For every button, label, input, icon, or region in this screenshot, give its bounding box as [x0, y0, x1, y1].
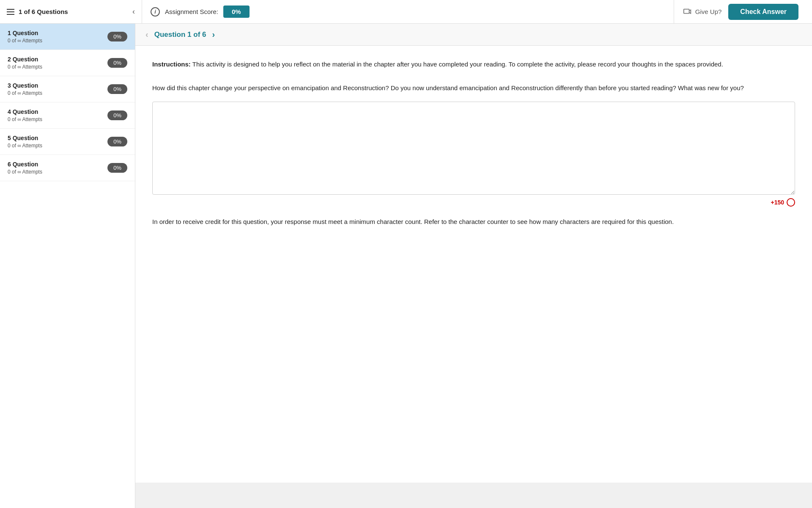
sidebar-item-1[interactable]: 1 Question 0 of ∞ Attempts 0%: [0, 24, 135, 50]
sidebar-item-name-5: 5 Question: [8, 135, 42, 141]
instructions-block: Instructions: This activity is designed …: [152, 59, 795, 69]
header-center: i Assignment Score: 0%: [142, 6, 674, 18]
collapse-sidebar-icon[interactable]: ‹: [132, 7, 135, 16]
sidebar-item-6[interactable]: 6 Question 0 of ∞ Attempts 0%: [0, 155, 135, 181]
score-pill-2: 0%: [107, 58, 127, 68]
svg-rect-0: [684, 9, 689, 13]
score-pill-5: 0%: [107, 137, 127, 146]
sidebar-item-name-1: 1 Question: [8, 30, 42, 36]
sidebar-item-attempts-6: 0 of ∞ Attempts: [8, 169, 42, 175]
score-pill-6: 0%: [107, 163, 127, 173]
sidebar-item-attempts-2: 0 of ∞ Attempts: [8, 64, 42, 70]
credit-note: In order to receive credit for this ques…: [152, 217, 795, 227]
sidebar-item-info-1: 1 Question 0 of ∞ Attempts: [8, 30, 42, 44]
questions-count-label: 1 of 6 Questions: [19, 8, 68, 15]
sidebar-item-attempts-3: 0 of ∞ Attempts: [8, 90, 42, 96]
sidebar-item-5[interactable]: 5 Question 0 of ∞ Attempts 0%: [0, 129, 135, 155]
sidebar-item-2[interactable]: 2 Question 0 of ∞ Attempts 0%: [0, 50, 135, 76]
instructions-text: This activity is designed to help you re…: [191, 61, 723, 68]
sidebar: 1 Question 0 of ∞ Attempts 0% 2 Question…: [0, 24, 135, 508]
sidebar-item-name-6: 6 Question: [8, 161, 42, 168]
char-counter-text: +150: [771, 199, 784, 206]
answer-textarea[interactable]: [152, 102, 795, 195]
instructions-label: Instructions:: [152, 61, 191, 68]
give-up-label: Give Up?: [695, 8, 722, 15]
char-counter-row: +150: [152, 198, 795, 207]
top-header: 1 of 6 Questions ‹ i Assignment Score: 0…: [0, 0, 812, 24]
char-counter-circle: [787, 198, 795, 207]
sidebar-item-info-4: 4 Question 0 of ∞ Attempts: [8, 108, 42, 122]
question-content: Instructions: This activity is designed …: [135, 46, 812, 483]
give-up-icon: [683, 7, 692, 17]
question-nav-bar: ‹ Question 1 of 6 ›: [135, 24, 812, 46]
sidebar-item-attempts-5: 0 of ∞ Attempts: [8, 143, 42, 149]
sidebar-item-info-3: 3 Question 0 of ∞ Attempts: [8, 82, 42, 96]
sidebar-item-name-2: 2 Question: [8, 56, 42, 63]
sidebar-item-info-2: 2 Question 0 of ∞ Attempts: [8, 56, 42, 70]
bottom-strip: [135, 483, 812, 508]
assignment-score-label: Assignment Score:: [165, 8, 218, 15]
check-answer-button[interactable]: Check Answer: [728, 4, 798, 20]
info-icon[interactable]: i: [151, 7, 160, 17]
give-up-button[interactable]: Give Up?: [683, 7, 722, 17]
score-badge: 0%: [223, 6, 250, 18]
content-area: ‹ Question 1 of 6 › Instructions: This a…: [135, 24, 812, 508]
sidebar-item-name-3: 3 Question: [8, 82, 42, 89]
sidebar-item-info-5: 5 Question 0 of ∞ Attempts: [8, 135, 42, 149]
sidebar-item-name-4: 4 Question: [8, 108, 42, 115]
main-layout: 1 Question 0 of ∞ Attempts 0% 2 Question…: [0, 24, 812, 508]
header-left: 1 of 6 Questions ‹: [7, 0, 142, 23]
hamburger-icon[interactable]: [7, 9, 14, 15]
score-pill-1: 0%: [107, 32, 127, 41]
sidebar-item-3[interactable]: 3 Question 0 of ∞ Attempts 0%: [0, 76, 135, 102]
next-question-arrow[interactable]: ›: [212, 30, 215, 39]
sidebar-item-4[interactable]: 4 Question 0 of ∞ Attempts 0%: [0, 102, 135, 129]
question-text: How did this chapter change your perspec…: [152, 83, 795, 93]
score-pill-4: 0%: [107, 110, 127, 120]
question-nav-label: Question 1 of 6: [154, 30, 206, 39]
prev-question-arrow[interactable]: ‹: [145, 30, 148, 39]
sidebar-item-info-6: 6 Question 0 of ∞ Attempts: [8, 161, 42, 175]
score-pill-3: 0%: [107, 84, 127, 94]
sidebar-item-attempts-1: 0 of ∞ Attempts: [8, 38, 42, 44]
header-right: Give Up? Check Answer: [674, 0, 805, 23]
sidebar-item-attempts-4: 0 of ∞ Attempts: [8, 116, 42, 122]
